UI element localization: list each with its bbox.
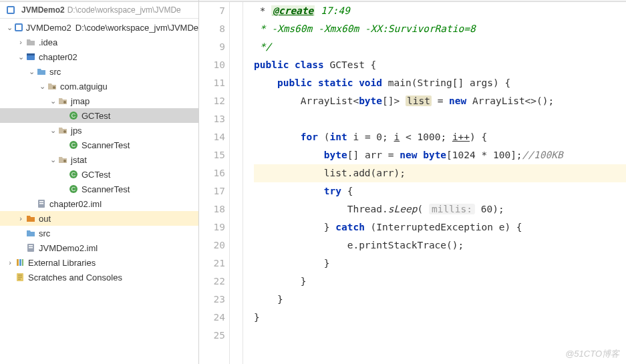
package-icon — [57, 154, 68, 165]
chevron-down-icon[interactable]: ⌄ — [48, 97, 57, 106]
package-com-atguigu[interactable]: ⌄com.atguigu — [0, 79, 198, 94]
chevron-down-icon[interactable]: ⌄ — [16, 53, 25, 61]
code-line[interactable]: public class GCTest { — [254, 56, 626, 74]
chevron-right-icon[interactable]: › — [16, 214, 25, 222]
code-line[interactable]: Thread.sLeep( millis: 60); — [254, 200, 626, 218]
class-scannertest[interactable]: ·CScannerTest — [0, 138, 198, 152]
code-line[interactable]: for (int i = 0; i < 1000; i++) { — [254, 128, 626, 146]
project-breadcrumb[interactable]: JVMDemo2 D:\code\workspace_jvm\JVMDe — [0, 2, 198, 19]
tree-label: .idea — [39, 37, 57, 47]
module-icon — [14, 22, 23, 33]
tree-label: Scratches and Consoles — [28, 272, 122, 283]
line-number[interactable]: 23 — [199, 291, 225, 309]
package-icon — [47, 81, 57, 92]
line-number[interactable]: 25 — [199, 327, 225, 345]
chevron-right-icon[interactable]: › — [5, 258, 15, 266]
gutter[interactable]: 78910111213141516171819202122232425 — [199, 2, 230, 364]
package-jmap[interactable]: ⌄jmap — [0, 94, 198, 108]
svg-rect-23 — [29, 247, 33, 248]
external-libraries[interactable]: ›External Libraries — [0, 255, 198, 270]
tree-label: ScannerTest — [82, 184, 130, 194]
svg-text:C: C — [71, 186, 76, 192]
chevron-down-icon[interactable]: ⌄ — [37, 82, 47, 91]
line-number[interactable]: 19 — [199, 218, 225, 236]
line-number[interactable]: 15 — [199, 146, 225, 164]
line-number[interactable]: 12 — [199, 92, 225, 110]
folder-out[interactable]: ›out — [0, 211, 198, 226]
folder-orange-icon — [25, 213, 36, 224]
svg-point-13 — [63, 160, 66, 162]
code-line[interactable]: byte[] arr = new byte[1024 * 100];//100K… — [254, 146, 626, 164]
code-line[interactable]: list.add(arr); — [254, 164, 626, 182]
line-number[interactable]: 20 — [199, 236, 225, 254]
code-line[interactable]: * @create 17:49 — [254, 2, 626, 20]
folder-src[interactable]: ⌄src — [0, 64, 198, 79]
package-icon — [57, 125, 68, 136]
line-number[interactable]: 10 — [199, 56, 225, 74]
folder-src-icon — [25, 228, 36, 238]
tree-label: jmap — [71, 96, 90, 106]
folder-src-icon — [36, 66, 47, 77]
chevron-down-icon[interactable]: ⌄ — [48, 156, 57, 164]
chevron-down-icon[interactable]: ⌄ — [27, 67, 36, 76]
chevron-down-icon[interactable]: ⌄ — [5, 23, 14, 32]
folder-src-root[interactable]: ·src — [0, 226, 198, 240]
module-chapter02[interactable]: ⌄chapter02 — [0, 49, 198, 64]
code-line[interactable]: ArrayList<byte[]> list = new ArrayList<>… — [254, 92, 626, 110]
code-line[interactable] — [254, 327, 626, 345]
chevron-down-icon[interactable]: ⌄ — [48, 126, 57, 135]
class-gctest-2[interactable]: ·CGCTest — [0, 167, 198, 182]
module-blue-icon — [25, 51, 36, 62]
line-number[interactable]: 17 — [199, 182, 225, 200]
module-root[interactable]: ⌄JVMDemo2D:\code\workspace_jvm\JVMDe — [0, 20, 198, 35]
line-number[interactable]: 14 — [199, 128, 225, 146]
code-line[interactable]: } — [254, 254, 626, 272]
file-jvmdemo2-iml[interactable]: ·JVMDemo2.iml — [0, 240, 198, 255]
class-scannertest-2[interactable]: ·CScannerTest — [0, 182, 198, 196]
line-number[interactable]: 7 — [199, 2, 225, 20]
class-icon: C — [68, 169, 79, 180]
class-gctest[interactable]: ·CGCTest — [0, 108, 198, 123]
line-number[interactable]: 18 — [199, 200, 225, 218]
svg-rect-20 — [39, 203, 43, 204]
code-line[interactable]: */ — [254, 38, 626, 56]
package-jstat[interactable]: ⌄jstat — [0, 152, 198, 167]
line-number[interactable]: 22 — [199, 272, 225, 291]
watermark: @51CTO博客 — [565, 348, 619, 360]
code-line[interactable] — [254, 110, 626, 128]
file-chapter02-iml[interactable]: ·chapter02.iml — [0, 196, 198, 211]
package-jps[interactable]: ⌄jps — [0, 123, 198, 138]
code-line[interactable]: } — [254, 272, 626, 291]
code-line[interactable]: } — [254, 291, 626, 309]
folder-idea[interactable]: ›.idea — [0, 35, 198, 49]
run-column[interactable] — [230, 2, 243, 364]
code-line[interactable]: try { — [254, 182, 626, 200]
code-line[interactable]: public static void main(String[] args) { — [254, 74, 626, 92]
project-tree[interactable]: ⌄JVMDemo2D:\code\workspace_jvm\JVMDe›.id… — [0, 19, 198, 364]
code-line[interactable]: e.printStackTrace(); — [254, 236, 626, 254]
project-root-label: JVMDemo2 — [21, 5, 65, 15]
code-editor[interactable]: 78910111213141516171819202122232425 * @c… — [199, 2, 626, 364]
line-number[interactable]: 16 — [199, 164, 225, 182]
tree-label: src — [49, 67, 61, 77]
module-icon — [5, 5, 16, 15]
line-number[interactable]: 8 — [199, 20, 225, 38]
line-number[interactable]: 21 — [199, 254, 225, 272]
tree-label: chapter02 — [39, 52, 77, 62]
tree-label: com.atguigu — [60, 81, 108, 92]
code-area[interactable]: * @create 17:49 * -Xms60m -Xmx60m -XX:Su… — [243, 2, 626, 364]
svg-rect-5 — [27, 53, 35, 55]
line-number[interactable]: 11 — [199, 74, 225, 92]
project-root-path: D:\code\workspace_jvm\JVMDe — [67, 5, 181, 15]
class-icon: C — [68, 140, 79, 150]
code-line[interactable]: } catch (InterruptedException e) { — [254, 218, 626, 236]
chevron-right-icon[interactable]: › — [16, 38, 25, 46]
line-number[interactable]: 24 — [199, 309, 225, 327]
svg-rect-25 — [19, 259, 21, 266]
line-number[interactable]: 9 — [199, 38, 225, 56]
line-number[interactable]: 13 — [199, 110, 225, 128]
svg-text:C: C — [71, 142, 76, 148]
code-line[interactable]: } — [254, 309, 626, 327]
code-line[interactable]: * -Xms60m -Xmx60m -XX:SurvivorRatio=8 — [254, 20, 626, 38]
scratches-consoles[interactable]: ·Scratches and Consoles — [0, 270, 198, 285]
